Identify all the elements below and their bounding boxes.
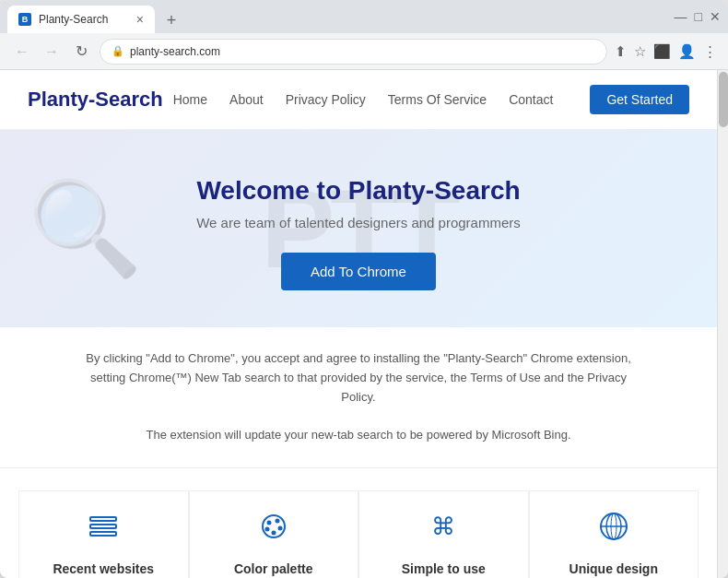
svg-point-8: [264, 526, 269, 531]
get-started-button[interactable]: Get Started: [590, 85, 689, 114]
tab-favicon: B: [18, 13, 31, 26]
extensions-icon[interactable]: ⬛: [653, 43, 671, 60]
disclaimer-text-1: By clicking "Add to Chrome", you accept …: [74, 349, 643, 407]
feature-title-unique: Unique design: [569, 561, 658, 576]
bookmark-icon[interactable]: ☆: [634, 43, 646, 60]
tab-title: Planty-Search: [39, 13, 108, 26]
svg-rect-0: [90, 517, 116, 521]
feature-title-simple: Simple to use: [402, 561, 486, 576]
svg-point-4: [266, 520, 271, 525]
recent-websites-icon: [87, 510, 120, 550]
window-controls: — □ ✕: [675, 9, 721, 24]
feature-simple-to-use: ⌘ Simple to use: [358, 490, 529, 578]
svg-rect-2: [90, 532, 116, 536]
svg-point-5: [275, 518, 279, 523]
address-bar: ← → ↻ 🔒 planty-search.com ⬆ ☆ ⬛ 👤 ⋮: [0, 33, 728, 70]
new-tab-button[interactable]: +: [159, 7, 184, 33]
feature-recent-websites: Recent websites: [18, 490, 189, 578]
hero-title: Welcome to Planty-Search: [28, 176, 689, 206]
site-logo: Planty-Search: [28, 88, 163, 112]
back-button[interactable]: ←: [11, 43, 33, 60]
browser-tab[interactable]: B Planty-Search ×: [7, 6, 155, 33]
title-bar: B Planty-Search × + — □ ✕: [0, 0, 728, 33]
feature-color-palette: Color palette: [189, 490, 359, 578]
nav-terms[interactable]: Terms Of Service: [388, 92, 487, 107]
feature-title-recent: Recent websites: [53, 561, 154, 576]
nav-contact[interactable]: Contact: [509, 92, 553, 107]
svg-point-6: [277, 525, 282, 530]
address-text: planty-search.com: [130, 45, 595, 58]
forward-button[interactable]: →: [41, 43, 63, 60]
svg-rect-1: [90, 525, 116, 528]
hero-section: PTT 🔍 Welcome to Planty-Search We are te…: [0, 130, 717, 327]
svg-point-7: [271, 530, 276, 535]
toolbar-icons: ⬆ ☆ ⬛ 👤 ⋮: [615, 43, 717, 60]
color-palette-icon: [257, 510, 290, 550]
browser-window: B Planty-Search × + — □ ✕ ← → ↻ 🔒 planty…: [0, 0, 728, 578]
refresh-button[interactable]: ↻: [70, 42, 92, 60]
nav-privacy[interactable]: Privacy Policy: [286, 92, 366, 107]
scrollbar-track[interactable]: [717, 70, 728, 578]
menu-icon[interactable]: ⋮: [703, 43, 717, 60]
nav-links: Home About Privacy Policy Terms Of Servi…: [173, 85, 689, 114]
add-to-chrome-button[interactable]: Add To Chrome: [281, 253, 436, 290]
lock-icon: 🔒: [112, 45, 124, 57]
scrollbar-thumb[interactable]: [719, 72, 728, 127]
disclaimer-text-2: The extension will update your new-tab s…: [74, 426, 643, 445]
tab-area: B Planty-Search × +: [7, 0, 667, 33]
nav-home[interactable]: Home: [173, 92, 207, 107]
features-section: Recent websites Color palette: [0, 468, 717, 578]
disclaimer-section: By clicking "Add to Chrome", you accept …: [0, 327, 717, 468]
feature-unique-design: Unique design: [529, 490, 699, 578]
minimize-button[interactable]: —: [675, 9, 687, 24]
site-nav: Planty-Search Home About Privacy Policy …: [0, 70, 717, 130]
svg-text:⌘: ⌘: [431, 513, 455, 540]
share-icon[interactable]: ⬆: [615, 43, 627, 60]
feature-title-color: Color palette: [234, 561, 313, 576]
profile-icon[interactable]: 👤: [678, 43, 696, 60]
unique-design-icon: [597, 510, 630, 550]
page-scroll-area: Planty-Search Home About Privacy Policy …: [0, 70, 717, 578]
tab-close-button[interactable]: ×: [136, 12, 144, 27]
page-area: Planty-Search Home About Privacy Policy …: [0, 70, 728, 578]
hero-subtitle: We are team of talented designers and pr…: [28, 215, 689, 230]
close-button[interactable]: ✕: [710, 9, 721, 24]
nav-about[interactable]: About: [229, 92, 264, 107]
maximize-button[interactable]: □: [695, 9, 702, 24]
simple-to-use-icon: ⌘: [427, 510, 460, 550]
address-input[interactable]: 🔒 planty-search.com: [100, 39, 607, 65]
